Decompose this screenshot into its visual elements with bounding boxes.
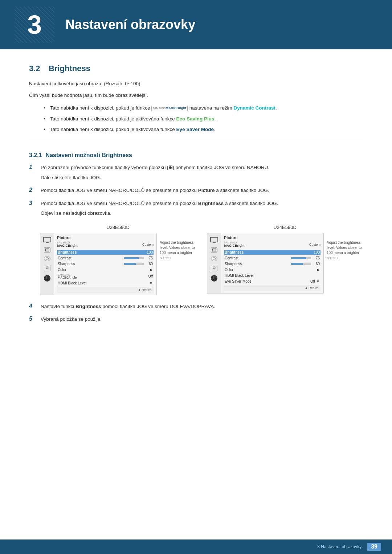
screen-sidebar-u28: ⚙ i (40, 233, 54, 295)
step-1-sub: Dále stiskněte tlačítko JOG. (41, 174, 363, 182)
steps-4-5-list: 4 Nastavte funkci Brightness pomocí tlač… (29, 303, 363, 323)
magic-bright-icon-1: SAMSUNG MAGICBright (151, 106, 188, 111)
step-4: 4 Nastavte funkci Brightness pomocí tlač… (29, 303, 363, 311)
color-row-u24: Color ▶ (224, 267, 320, 272)
step-2-num: 2 (29, 186, 41, 193)
screen-footer-u24: ◄ Return (224, 285, 320, 291)
section-heading: 3.2 Brightness (29, 64, 363, 73)
step-4-highlight: Brightness (75, 304, 101, 309)
note-item-3: Tato nabídka není k dispozici, pokud je … (44, 126, 363, 134)
section-title: Brightness (49, 64, 90, 73)
step-2-content: Pomocí tlačítka JOG ve směru NAHORU/DOLŮ… (41, 186, 363, 194)
screen-with-info-u28: ⚙ i Picture SAMSUNG MAGICBright Custom (40, 233, 196, 295)
sharpness-row-u28: Sharpness 60 (57, 262, 154, 266)
screen-diagram-u24: ⚙ i Picture SAMSUNG MAGICBright Custom (207, 233, 324, 294)
intro-text-1: Nastavení celkového jasu obrazu. (Rozsah… (29, 80, 363, 88)
step-3: 3 Pomocí tlačítka JOG ve směru NAHORU/DO… (29, 200, 363, 217)
note-2-text: Tato nabídka není k dispozici, pokud je … (50, 116, 216, 122)
subsection-number: 3.2.1 (29, 152, 42, 159)
step-4-content: Nastavte funkci Brightness pomocí tlačít… (41, 303, 363, 311)
screen-with-info-u24: ⚙ i Picture SAMSUNG MAGICBright Custom (207, 233, 363, 294)
subsection-title: Nastavení možnosti Brightness (46, 152, 132, 159)
notes-list: Tato nabídka není k dispozici, pokud je … (44, 104, 363, 134)
steps-list: 1 Po zobrazení průvodce funkčními tlačít… (29, 164, 363, 217)
chapter-number: 3 (15, 7, 54, 43)
intro-text-2: Čím vyšší bude hodnota jasu, tím bude ob… (29, 91, 363, 99)
section-number: 3.2 (29, 64, 44, 73)
chapter-title: Nastavení obrazovky (65, 17, 195, 32)
chapter-header: 3 Nastavení obrazovky (0, 0, 392, 49)
screen-info-u24: Adjust the brightness level. Values clos… (327, 240, 363, 260)
screen-sidebar-u24: ⚙ i (207, 233, 221, 293)
color-row-u28: Color ▶ (57, 267, 154, 272)
eyesaver-row-u24: Eye Saver Mode Off ▼ (224, 279, 320, 284)
subsection-heading: 3.2.1 Nastavení možnosti Brightness (29, 152, 363, 159)
step-1: 1 Po zobrazení průvodce funkčními tlačít… (29, 164, 363, 181)
divider (29, 141, 363, 141)
screen-label-u28: U28E590D (106, 225, 130, 230)
step-3-content: Pomocí tlačítka JOG ve směru NAHORU/DOLŮ… (41, 200, 363, 217)
magic-row-u28: SAMSUNG MAGICBright Custom (57, 241, 154, 248)
hdmi-row-u24: HDMI Black Level (224, 273, 320, 278)
screen-main-u24: Picture SAMSUNG MAGICBright Custom Brigh… (221, 233, 323, 293)
note-1-highlight: Dynamic Contrast (233, 105, 275, 111)
angle-row-u28: SAMSUNG MAGICAngle Off (57, 273, 154, 280)
footer-chapter-label: 3 Nastavení obrazovky (317, 544, 362, 549)
step-1-num: 1 (29, 164, 41, 171)
step-2: 2 Pomocí tlačítka JOG ve směru NAHORU/DO… (29, 186, 363, 194)
step-5: 5 Vybraná položka se použije. (29, 315, 363, 323)
note-2-highlight: Eco Saving Plus (176, 116, 214, 122)
step-3-sub: Objeví se následující obrazovka. (41, 209, 363, 217)
note-3-highlight: Eye Saver Mode (176, 127, 214, 132)
brightness-row-u28: Brightness 100 (57, 250, 154, 255)
screen-diagram-u28: ⚙ i Picture SAMSUNG MAGICBright Custom (40, 233, 157, 295)
footer-page-number: 39 (367, 543, 381, 551)
page-footer: 3 Nastavení obrazovky 39 (0, 539, 392, 554)
screen-main-u28: Picture SAMSUNG MAGICBright Custom Brigh… (54, 233, 156, 295)
magic-row-u24: SAMSUNG MAGICBright Custom (224, 241, 320, 248)
step-2-highlight: Picture (198, 188, 215, 193)
screens-row: U28E590D ⚙ i (40, 225, 363, 295)
note-item-1: Tato nabídka není k dispozici, pokud je … (44, 104, 363, 112)
hdmi-row-u28: HDMI Black Level ▼ (57, 281, 154, 286)
menu-title-u24: Picture (224, 235, 320, 240)
brightness-row-u24: Brightness 100 (224, 250, 320, 255)
screen-label-u24: U24E590D (273, 225, 297, 230)
contrast-row-u24: Contrast 75 (224, 256, 320, 260)
screen-block-u24: U24E590D ⚙ i (207, 225, 363, 294)
screen-block-u28: U28E590D ⚙ i (40, 225, 196, 295)
note-item-2: Tato nabídka není k dispozici, pokud je … (44, 115, 363, 123)
menu-title-u28: Picture (57, 235, 154, 240)
step-1-content: Po zobrazení průvodce funkčními tlačítky… (41, 164, 363, 181)
note-1-text: Tato nabídka není k dispozici, pokud je … (50, 105, 277, 111)
sharpness-row-u24: Sharpness 60 (224, 262, 320, 266)
contrast-row-u28: Contrast 75 (57, 256, 154, 260)
step-5-num: 5 (29, 315, 41, 322)
main-content: 3.2 Brightness Nastavení celkového jasu … (0, 64, 392, 323)
screen-footer-u28: ◄ Return (57, 287, 154, 293)
step-4-num: 4 (29, 303, 41, 309)
step-5-content: Vybraná položka se použije. (41, 315, 363, 323)
step-3-highlight: Brightness (198, 201, 224, 206)
screen-info-u28: Adjust the brightness level. Values clos… (160, 240, 196, 260)
step-3-num: 3 (29, 200, 41, 206)
note-3-text: Tato nabídka není k dispozici, pokud je … (50, 127, 215, 132)
